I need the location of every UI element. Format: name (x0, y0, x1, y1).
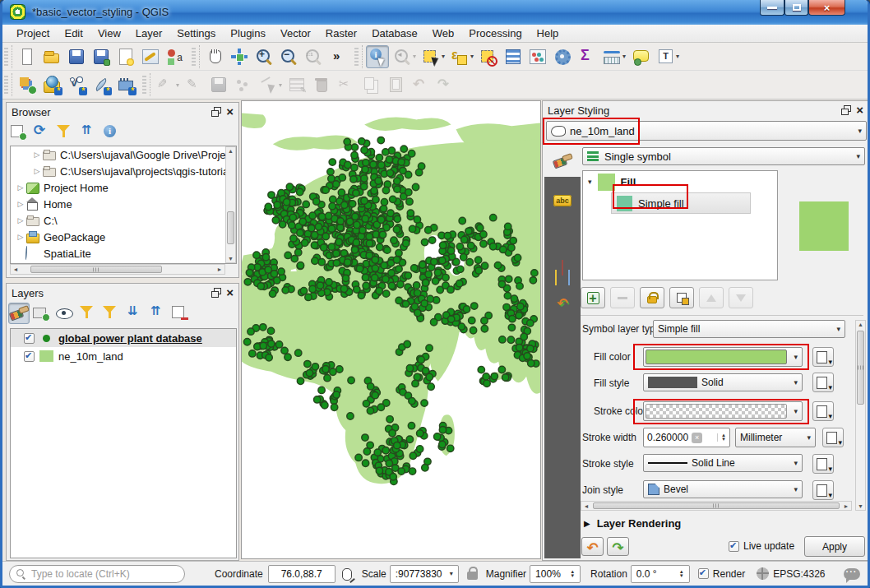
filter-legend-button[interactable] (77, 303, 99, 324)
select-features-button[interactable]: ▾ (419, 45, 447, 68)
browser-item[interactable]: ▷C:\Users\ujaval\Google Drive\Projects (11, 146, 236, 163)
redo-style-button[interactable] (607, 537, 629, 556)
tab-symbology[interactable] (544, 146, 581, 177)
layers-panel-header[interactable]: Layers × (7, 284, 238, 302)
close-panel-icon[interactable]: × (226, 288, 234, 298)
show-layout-manager-button[interactable] (139, 45, 162, 68)
dropdown-arrow-icon[interactable]: ▾ (279, 81, 282, 89)
statistical-summary-button[interactable] (576, 45, 599, 68)
dropdown-arrow-icon[interactable]: ▾ (176, 81, 179, 89)
fill-style-combo[interactable]: Solid ▾ (643, 373, 803, 391)
live-update-option[interactable]: Live update (729, 540, 794, 552)
zoom-in-button[interactable] (252, 45, 275, 68)
dropdown-arrow-icon[interactable]: ▾ (442, 53, 445, 60)
layer-item[interactable]: global power plant database (11, 329, 236, 347)
crs-status[interactable]: EPSG:4326 (773, 568, 825, 580)
expander-icon[interactable]: ▷ (16, 233, 25, 241)
fill-color-combo[interactable]: ▾ (643, 347, 803, 367)
expander-icon[interactable]: ▷ (32, 150, 42, 159)
toolbar-grip[interactable] (354, 48, 359, 66)
menu-settings[interactable]: Settings (169, 25, 223, 41)
layer-visibility-checkbox[interactable] (24, 333, 35, 344)
stroke-color-combo[interactable]: ▾ (643, 401, 803, 421)
close-button[interactable]: × (808, 0, 845, 16)
toolbar-grip[interactable] (4, 76, 8, 94)
join-style-combo[interactable]: Bevel ▾ (643, 480, 803, 498)
open-data-source-manager-button[interactable] (16, 73, 39, 96)
open-attribute-table-button[interactable] (502, 45, 525, 68)
locator-input[interactable] (30, 567, 161, 581)
float-panel-icon[interactable] (841, 105, 851, 115)
layer-selector-combo[interactable]: ne_10m_land ▾ (546, 121, 867, 141)
menu-database[interactable]: Database (364, 25, 425, 41)
lock-color-button[interactable] (640, 287, 664, 308)
new-shapefile-layer-button[interactable] (65, 73, 88, 96)
layer-rendering-section[interactable]: ▶ Layer Rendering (584, 517, 681, 530)
add-group-button[interactable] (31, 303, 53, 324)
expander-icon[interactable]: ▷ (16, 200, 25, 208)
stroke-style-data-defined-button[interactable] (812, 454, 834, 474)
maximize-button[interactable] (784, 0, 808, 16)
dropdown-arrow-icon[interactable]: ▾ (413, 53, 416, 60)
menu-raster[interactable]: Raster (318, 25, 364, 41)
new-virtual-layer-button[interactable] (114, 73, 137, 96)
properties-widget-button[interactable] (100, 122, 122, 143)
title-bar[interactable]: *basic_vector_styling - QGIS × (2, 0, 868, 25)
symbol-tree-child[interactable]: Simple fill (611, 192, 751, 214)
toolbar-overflow-button[interactable] (326, 45, 349, 68)
field-calculator-button[interactable] (526, 45, 549, 68)
collapse-all-button[interactable] (77, 122, 99, 143)
tab-history[interactable] (550, 285, 575, 320)
menu-processing[interactable]: Processing (461, 25, 529, 41)
filter-browser-button[interactable] (54, 122, 76, 143)
scale-combo[interactable]: :90773830 ▾ (390, 565, 459, 583)
map-canvas[interactable] (241, 100, 541, 559)
filter-by-expression-button[interactable]: ▾ (100, 303, 122, 324)
tab-diagrams[interactable] (550, 251, 575, 285)
zoom-out-button[interactable] (277, 45, 300, 68)
apply-button[interactable]: Apply (804, 536, 865, 557)
mouse-tracking-icon[interactable] (340, 567, 355, 581)
stroke-width-spinbox[interactable]: 0.260000 × ▲▼ (643, 428, 730, 447)
locator-bar[interactable] (9, 565, 185, 583)
duplicate-symbol-layer-button[interactable] (669, 287, 694, 308)
manage-map-themes-button[interactable]: ▾ (54, 303, 76, 324)
stroke-style-combo[interactable]: Solid Line ▾ (643, 454, 803, 472)
expander-icon[interactable]: ▷ (16, 216, 25, 225)
stroke-width-unit-combo[interactable]: Millimeter ▾ (735, 428, 816, 447)
layer-visibility-checkbox[interactable] (24, 351, 35, 362)
live-update-checkbox[interactable] (729, 541, 739, 552)
identify-features-button[interactable] (366, 45, 389, 68)
layer-styling-header[interactable]: Layer Styling × (543, 101, 868, 119)
renderer-combo[interactable]: Single symbol ▾ (582, 147, 865, 165)
select-by-expression-button[interactable]: ▾ (448, 45, 475, 68)
close-panel-icon[interactable]: × (226, 107, 234, 117)
layer-item[interactable]: ne_10m_land (11, 347, 236, 365)
float-panel-icon[interactable] (211, 107, 221, 117)
close-panel-icon[interactable]: × (856, 105, 863, 115)
tab-labels[interactable] (550, 182, 575, 216)
pan-to-selection-button[interactable] (228, 45, 251, 68)
render-checkbox[interactable] (698, 568, 709, 579)
stroke-color-data-defined-button[interactable] (812, 401, 834, 421)
lock-scale-icon[interactable] (467, 572, 478, 580)
styling-vscrollbar[interactable]: ▲ ▼ (855, 320, 866, 511)
new-project-button[interactable] (16, 45, 39, 68)
add-selected-layers-button[interactable] (8, 122, 30, 143)
refresh-button[interactable] (31, 122, 53, 143)
menu-edit[interactable]: Edit (57, 25, 90, 41)
new-geopackage-layer-button[interactable] (40, 73, 63, 96)
map-tips-button[interactable] (629, 45, 652, 68)
rotation-spinbox[interactable]: 0.0 ° ▲▼ (631, 565, 690, 583)
browser-item[interactable]: ▷Project Home (11, 179, 236, 196)
browser-vscrollbar[interactable]: ▲ ▼ (225, 146, 236, 263)
float-panel-icon[interactable] (211, 288, 221, 298)
menu-web[interactable]: Web (425, 25, 462, 41)
coordinate-field[interactable]: 76.0,88.7 (268, 565, 336, 583)
browser-item[interactable]: ▷C:\Users\ujaval\projects\qgis-tutorial (11, 163, 236, 179)
browser-hscrollbar[interactable]: ◄ ► (10, 264, 225, 275)
menu-project[interactable]: Project (9, 25, 57, 41)
open-project-button[interactable] (40, 45, 63, 68)
expander-icon[interactable]: ▷ (32, 167, 42, 175)
pan-map-button[interactable] (203, 45, 226, 68)
